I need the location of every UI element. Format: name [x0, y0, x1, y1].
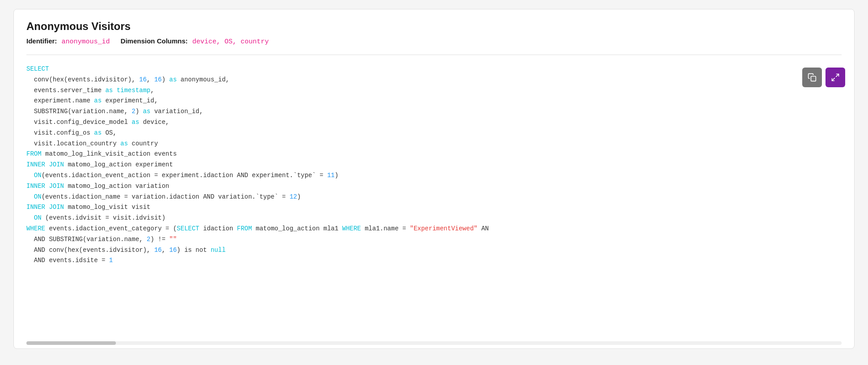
copy-button[interactable] — [802, 68, 822, 87]
svg-rect-0 — [811, 76, 816, 81]
dimension-label: Dimension Columns: device, OS, country — [121, 37, 269, 46]
scrollbar-thumb[interactable] — [26, 341, 116, 345]
svg-line-1 — [836, 74, 839, 77]
expand-button[interactable] — [825, 68, 845, 87]
identifier-label: Identifier: anonymous_id — [26, 37, 110, 46]
svg-line-2 — [832, 78, 835, 81]
horizontal-scrollbar[interactable] — [26, 341, 842, 345]
toolbar — [802, 68, 845, 87]
code-container: SELECT conv(hex(events.idvisitor), 16, 1… — [26, 64, 842, 266]
dimension-value: device, OS, country — [192, 38, 269, 46]
identifier-value: anonymous_id — [62, 38, 110, 46]
sql-code-block: SELECT conv(hex(events.idvisitor), 16, 1… — [26, 64, 842, 266]
divider — [26, 55, 842, 55]
page-title: Anonymous Visitors — [26, 20, 842, 33]
meta-row: Identifier: anonymous_id Dimension Colum… — [26, 37, 842, 46]
main-card: Anonymous Visitors Identifier: anonymous… — [13, 9, 855, 349]
